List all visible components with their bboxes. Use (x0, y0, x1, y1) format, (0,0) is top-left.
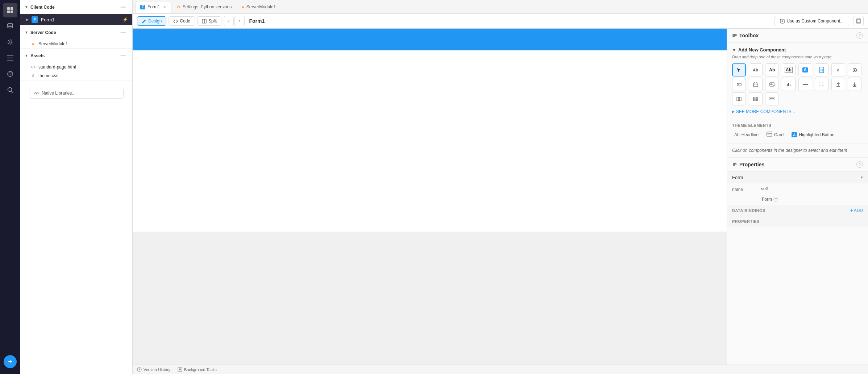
theme-headline[interactable]: Ab Headline (732, 131, 761, 138)
svg-rect-30 (788, 83, 789, 86)
svg-rect-29 (787, 84, 788, 86)
form-dropdown[interactable]: Form ▾ (727, 171, 868, 183)
tab-form1-close[interactable]: ✕ (162, 5, 167, 9)
assets-header[interactable]: ▼ Assets ⋯ (20, 49, 132, 63)
use-custom-component-button[interactable]: Use as Custom Component... (774, 16, 849, 26)
sidebar-nav-search[interactable] (3, 83, 17, 97)
add-button[interactable]: + (4, 355, 17, 368)
see-more-components-link[interactable]: ▶ SEE MORE COMPONENTS... (732, 108, 863, 116)
tab-servermodule1[interactable]: ● ServerModule1 (237, 1, 281, 13)
comp-datepicker[interactable] (749, 78, 763, 91)
assets-menu[interactable]: ⋯ (118, 51, 128, 60)
server-code-header[interactable]: ▼ Server Code ⋯ (20, 25, 132, 40)
form-dropdown-label: Form (732, 175, 743, 180)
native-lib-icon: </> (34, 91, 40, 95)
see-more-label: SEE MORE COMPONENTS... (736, 109, 795, 114)
client-code-header[interactable]: ▼ Client Code ⋯ (20, 0, 132, 14)
headline-label: Headline (742, 132, 759, 137)
form-sub-row: Form ? (727, 195, 868, 205)
properties-help-icon[interactable]: ? (856, 161, 863, 168)
sidebar-nav-palette[interactable] (3, 67, 17, 81)
version-history-item[interactable]: Version History (137, 367, 170, 372)
theme-highlighted-button[interactable]: A Highlighted Button (789, 131, 836, 138)
properties-icon (732, 162, 737, 167)
comp-repeating-panel[interactable] (765, 92, 779, 105)
code-icon (173, 19, 178, 24)
comp-text-label[interactable]: Ab (749, 63, 763, 76)
sidebar-nav-list[interactable] (3, 51, 17, 65)
add-component-section: ▼ Add New Component Drag and drop one of… (727, 43, 868, 120)
tab-server-icon: ● (242, 5, 244, 9)
nav-back-button[interactable]: ‹ (224, 16, 234, 26)
properties-title-row: Properties (732, 162, 764, 167)
svg-point-4 (8, 24, 13, 25)
designer-canvas[interactable] (133, 29, 727, 365)
svg-rect-37 (737, 97, 739, 101)
background-tasks-item[interactable]: Background Tasks (178, 367, 217, 372)
expand-icon (856, 18, 861, 24)
data-bindings-label: DATA BINDINGS (732, 208, 765, 213)
server-code-section: ▼ Server Code ⋯ ● ServerModule1 (20, 25, 132, 49)
tab-settings-label: Settings: Python versions (183, 4, 232, 9)
comp-button-filled[interactable]: A (798, 63, 812, 76)
svg-rect-19 (857, 20, 860, 22)
comp-columns[interactable] (732, 92, 746, 105)
theme-elements-row: Ab Headline Card (732, 130, 863, 139)
form-dropdown-chevron: ▾ (861, 175, 863, 180)
nav-forward-button[interactable]: › (234, 16, 245, 26)
canvas-blue-bar (133, 29, 727, 50)
comp-button-outline[interactable]: a (815, 63, 828, 76)
design-button[interactable]: Design (137, 16, 166, 26)
comp-chart[interactable] (782, 78, 796, 91)
comp-upload[interactable] (831, 78, 845, 91)
svg-point-53 (734, 163, 735, 164)
assets-title-row: ▼ Assets (25, 53, 45, 58)
native-libraries-button[interactable]: </> Native Libraries... (29, 88, 124, 99)
form1-badge-label: F (34, 18, 36, 22)
card-label: Card (774, 132, 784, 137)
comp-download[interactable] (848, 78, 861, 91)
add-binding-button[interactable]: + ADD (850, 208, 863, 213)
form1-file-item[interactable]: ▶ F Form1 ⚡ (20, 14, 132, 25)
version-history-label: Version History (144, 367, 170, 372)
comp-text-underline[interactable]: Ab (782, 63, 796, 76)
server-code-menu[interactable]: ⋯ (118, 28, 128, 37)
comp-data-grid[interactable] (749, 92, 763, 105)
tab-settings[interactable]: ⚙ Settings: Python versions (172, 1, 236, 13)
tab-form1[interactable]: F Form1 ✕ (136, 1, 171, 13)
click-hint: Click on components in the designer to s… (727, 144, 868, 158)
comp-link[interactable]: a (831, 63, 845, 76)
use-custom-icon (780, 19, 785, 24)
svg-point-9 (8, 71, 13, 76)
comp-cursor[interactable] (732, 63, 746, 76)
split-button[interactable]: Split (197, 16, 221, 26)
comp-dropdown[interactable] (732, 78, 746, 91)
form-sub-help-icon[interactable]: ? (773, 197, 778, 202)
comp-image[interactable] (765, 78, 779, 91)
comp-checkbox[interactable] (848, 63, 861, 76)
server-code-title-row: ▼ Server Code (25, 30, 56, 35)
theme-css-label: theme.css (38, 73, 58, 78)
main-area: F Form1 ✕ ⚙ Settings: Python versions ● … (133, 0, 868, 374)
comp-separator-h[interactable] (798, 78, 812, 91)
form1-badge: F (32, 16, 38, 23)
theme-card[interactable]: Card (764, 130, 786, 139)
highlighted-button-label: Highlighted Button (799, 132, 834, 137)
sidebar-nav-settings[interactable] (3, 35, 17, 49)
server-module1-item[interactable]: ● ServerModule1 (20, 40, 132, 48)
comp-text-bold[interactable]: Ab (765, 63, 779, 76)
expand-button[interactable] (854, 16, 864, 26)
toolbox-help-icon[interactable]: ? (856, 32, 863, 39)
sidebar-nav-database[interactable] (3, 19, 17, 33)
split-icon (202, 19, 207, 24)
server-module1-label: ServerModule1 (38, 41, 68, 46)
client-code-menu[interactable]: ⋯ (118, 3, 128, 11)
code-button[interactable]: Code (169, 16, 195, 26)
tabs-bar: F Form1 ✕ ⚙ Settings: Python versions ● … (133, 0, 868, 14)
standard-page-item[interactable]: </> standard-page.html (20, 63, 132, 71)
comp-separator-v[interactable] (815, 78, 828, 91)
theme-css-item[interactable]: # theme.css (20, 71, 132, 80)
sidebar-nav-grid[interactable] (3, 3, 17, 17)
svg-rect-15 (202, 19, 204, 23)
properties-sub-header: PROPERTIES (727, 216, 868, 227)
